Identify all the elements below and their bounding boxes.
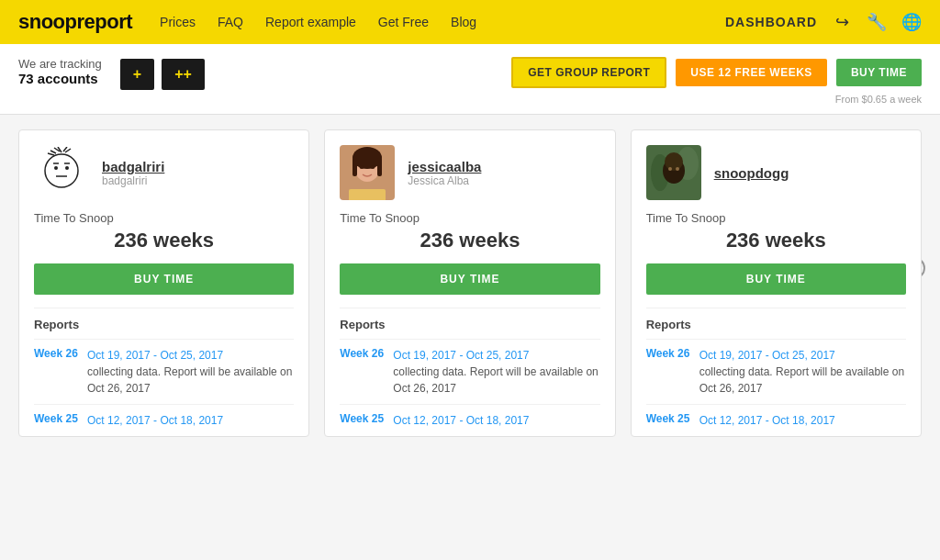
report-status-2-0: collecting data. Report will be availabl… [699,365,904,395]
avatar-snoopdogg [646,145,701,200]
svg-point-25 [668,167,672,171]
svg-line-4 [50,151,56,153]
report-date-2-0[interactable]: Oct 19, 2017 - Oct 25, 2017 [699,349,835,362]
add-buttons: + ++ [120,59,205,90]
display-name-badgalriri: badgalriri [102,174,164,187]
svg-line-5 [48,153,54,155]
time-to-snoop-label-0: Time To Snoop [34,211,294,225]
report-week-1-0[interactable]: Week 26 [340,347,384,397]
time-to-snoop-label-1: Time To Snoop [340,211,599,225]
report-details-1-0: Oct 19, 2017 - Oct 25, 2017 collecting d… [393,347,599,397]
report-date-0-0[interactable]: Oct 19, 2017 - Oct 25, 2017 [87,349,223,362]
reports-label-2: Reports [646,308,906,331]
weeks-value-1: 236 weeks [340,229,599,252]
table-row: Week 25 Oct 12, 2017 - Oct 18, 2017 [646,404,906,436]
account-count: 73 accounts [18,71,102,86]
from-price: From $0.65 a week [18,94,922,105]
weeks-value-0: 236 weeks [34,229,294,252]
buy-time-top-button[interactable]: BUY TIME [836,59,922,86]
report-week-0-1[interactable]: Week 25 [34,412,78,429]
username-badgalriri[interactable]: badgalriri [102,159,164,174]
table-row: Week 25 Oct 12, 2017 - Oct 18, 2017 [340,404,599,436]
user-info-snoopdogg: snoopdogg [714,165,789,181]
svg-point-18 [371,165,375,169]
photo-snoopdogg-svg [646,145,701,200]
reports-label-1: Reports [340,308,599,331]
photo-jessicaalba-svg [340,145,395,200]
username-jessicaalba[interactable]: jessicaalba [408,159,481,174]
svg-line-3 [65,149,71,152]
report-details-0-1: Oct 12, 2017 - Oct 18, 2017 [87,412,223,429]
display-name-jessicaalba: Jessica Alba [408,174,481,187]
card-header-snoopdogg: snoopdogg [632,130,921,211]
reports-section-0: Reports Week 26 Oct 19, 2017 - Oct 25, 2… [19,308,308,436]
nav-get-free[interactable]: Get Free [378,15,429,29]
reports-section-1: Reports Week 26 Oct 19, 2017 - Oct 25, 2… [325,308,614,436]
add-single-button[interactable]: + [120,59,154,90]
card-snoopdogg: snoopdogg Time To Snoop 236 weeks BUY TI… [631,129,922,437]
svg-point-6 [45,154,78,187]
sketch-face-svg [36,147,87,198]
user-info-jessicaalba: jessicaalba Jessica Alba [408,159,481,187]
table-row: Week 26 Oct 19, 2017 - Oct 25, 2017 coll… [34,339,294,404]
weeks-value-2: 236 weeks [646,229,906,252]
svg-line-0 [58,147,62,152]
globe-icon[interactable]: 🌐 [901,12,922,32]
svg-point-8 [65,166,69,170]
buy-time-button-2[interactable]: BUY TIME [646,263,906,295]
svg-rect-19 [349,189,386,200]
report-week-0-0[interactable]: Week 26 [34,347,78,397]
report-week-2-0[interactable]: Week 26 [646,347,690,397]
table-row: Week 26 Oct 19, 2017 - Oct 25, 2017 coll… [646,339,906,404]
report-status-0-0: collecting data. Report will be availabl… [87,365,292,395]
group-report-button[interactable]: GET GROUP REPORT [511,57,666,88]
dashboard-link[interactable]: DASHBOARD [725,15,817,29]
report-details-2-0: Oct 19, 2017 - Oct 25, 2017 collecting d… [699,347,906,397]
table-row: Week 26 Oct 19, 2017 - Oct 25, 2017 coll… [340,339,599,404]
action-buttons: GET GROUP REPORT USE 12 FREE WEEKS BUY T… [511,57,922,88]
report-week-2-1[interactable]: Week 25 [646,412,690,429]
reports-section-2: Reports Week 26 Oct 19, 2017 - Oct 25, 2… [632,308,921,436]
report-week-1-1[interactable]: Week 25 [340,412,384,429]
svg-rect-16 [377,158,382,176]
avatar-badgalriri [34,145,89,200]
nav-prices[interactable]: Prices [160,15,196,29]
report-date-1-1[interactable]: Oct 12, 2017 - Oct 18, 2017 [393,414,529,427]
nav-report-example[interactable]: Report example [265,15,356,29]
card-body-snoopdogg: Time To Snoop 236 weeks BUY TIME [632,211,921,308]
svg-point-24 [665,152,683,171]
logo[interactable]: snoopreport [18,10,132,34]
user-info-badgalriri: badgalriri badgalriri [102,159,164,187]
svg-rect-15 [352,158,357,176]
report-details-1-1: Oct 12, 2017 - Oct 18, 2017 [393,412,529,429]
report-details-2-1: Oct 12, 2017 - Oct 18, 2017 [699,412,835,429]
avatar-jessicaalba [340,145,395,200]
reports-label-0: Reports [34,308,294,331]
buy-time-button-0[interactable]: BUY TIME [34,263,294,295]
header: snoopreport Prices FAQ Report example Ge… [0,0,940,44]
main-nav: Prices FAQ Report example Get Free Blog [160,15,725,29]
report-details-0-0: Oct 19, 2017 - Oct 25, 2017 collecting d… [87,347,294,397]
report-date-2-1[interactable]: Oct 12, 2017 - Oct 18, 2017 [699,414,835,427]
add-multi-button[interactable]: ++ [162,59,205,90]
card-header-jessicaalba: jessicaalba Jessica Alba [325,130,614,211]
nav-blog[interactable]: Blog [451,15,476,29]
toolbar: We are tracking 73 accounts + ++ GET GRO… [0,44,940,115]
svg-point-7 [54,166,58,170]
free-weeks-button[interactable]: USE 12 FREE WEEKS [676,59,827,86]
report-date-1-0[interactable]: Oct 19, 2017 - Oct 25, 2017 [393,349,529,362]
settings-icon[interactable]: 🔧 [867,12,887,32]
card-jessicaalba: jessicaalba Jessica Alba Time To Snoop 2… [324,129,615,437]
svg-point-26 [676,167,679,171]
username-snoopdogg[interactable]: snoopdogg [714,165,789,181]
logout-icon[interactable]: ↪ [832,12,852,32]
tracking-label: We are tracking [18,57,102,71]
svg-point-17 [360,165,364,169]
buy-time-button-1[interactable]: BUY TIME [340,263,599,295]
header-right: DASHBOARD ↪ 🔧 🌐 [725,12,922,32]
table-row: Week 25 Oct 12, 2017 - Oct 18, 2017 [34,404,294,436]
main-content: badgalriri badgalriri Time To Snoop 236 … [0,115,940,452]
tracking-info: We are tracking 73 accounts [18,57,102,86]
nav-faq[interactable]: FAQ [218,15,243,29]
report-date-0-1[interactable]: Oct 12, 2017 - Oct 18, 2017 [87,414,223,427]
